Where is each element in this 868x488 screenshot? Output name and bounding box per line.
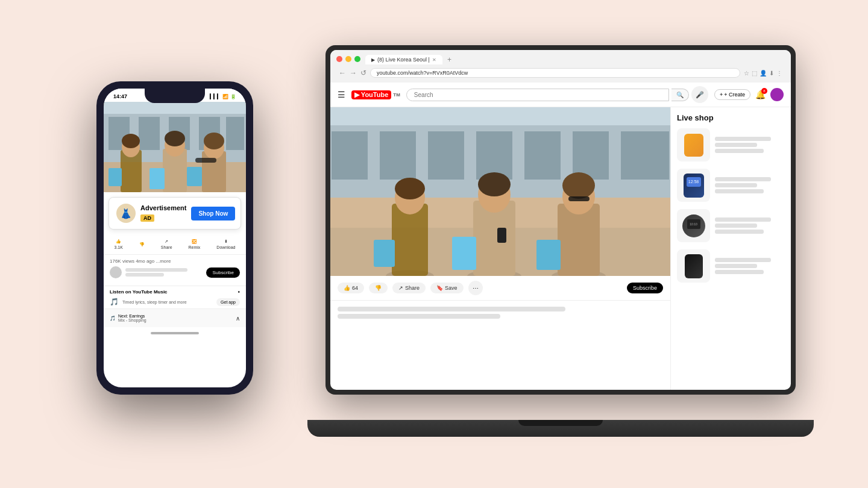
back-button[interactable]: ←: [339, 69, 346, 77]
phone-remix-button[interactable]: 🔀 Remix: [189, 239, 201, 249]
plus-icon: +: [720, 92, 723, 98]
shop-now-button[interactable]: Shop Now: [191, 207, 235, 221]
svg-rect-9: [621, 131, 669, 180]
create-button[interactable]: + + Create: [714, 89, 750, 100]
share-button[interactable]: ↗ Share: [392, 283, 426, 293]
ad-badge: AD: [140, 214, 154, 222]
profile-icon[interactable]: 👤: [760, 70, 767, 77]
shop-item-1[interactable]: [677, 128, 785, 161]
svg-rect-21: [452, 237, 476, 270]
next-audio-icon: 🎵: [110, 316, 116, 321]
search-input[interactable]: [406, 89, 669, 101]
like-button[interactable]: 👍 64: [338, 283, 364, 293]
new-tab-button[interactable]: +: [447, 55, 451, 64]
minimize-traffic-light[interactable]: [345, 56, 351, 62]
svg-rect-35: [226, 117, 244, 150]
extensions-icon[interactable]: ⬚: [752, 70, 757, 77]
expand-queue-button[interactable]: ∧: [236, 315, 240, 322]
ad-title: Advertisement: [140, 204, 186, 211]
video-background: [330, 107, 670, 276]
browser-actions: ☆ ⬚ 👤 ⬇ ⋮: [744, 70, 782, 77]
reload-button[interactable]: ↺: [360, 69, 366, 77]
svg-rect-39: [108, 168, 122, 186]
laptop-body: ▶ (8) Live Korea Seoul | ✕ + ← → ↺ youtu…: [326, 45, 796, 395]
svg-point-42: [165, 131, 185, 146]
svg-rect-5: [428, 131, 464, 180]
phone-share-icon: ↗: [165, 239, 168, 244]
shop-item-extra-skeleton-3: [715, 230, 764, 234]
youtube-music-section: Listen on YouTube Music • 🎵 Timed lyrics…: [104, 286, 246, 308]
dislike-button[interactable]: 👎: [369, 283, 388, 293]
live-shop-sidebar: Live shop: [670, 107, 791, 390]
subscribe-button[interactable]: Subscribe: [627, 283, 663, 293]
shop-item-4[interactable]: [677, 249, 785, 283]
phone-status-right: ▎▎▎ 📶 🔋: [210, 94, 236, 99]
svg-rect-43: [149, 168, 165, 189]
more-icon[interactable]: ⋮: [776, 70, 782, 77]
browser-tab[interactable]: ▶ (8) Live Korea Seoul | ✕: [365, 55, 442, 64]
save-icon: 🔖: [436, 285, 443, 291]
notification-badge: 8: [761, 88, 767, 94]
svg-point-19: [478, 172, 511, 196]
youtube-logo[interactable]: ▶ YouTube TM: [351, 90, 400, 99]
laptop: ▶ (8) Live Korea Seoul | ✕ + ← → ↺ youtu…: [326, 45, 796, 437]
forward-button[interactable]: →: [350, 69, 357, 77]
music-section-header: Listen on YouTube Music •: [110, 289, 240, 295]
phone-channel-avatar[interactable]: [110, 266, 122, 278]
channel-name-skeleton: [125, 268, 187, 272]
svg-rect-7: [524, 131, 561, 180]
browser-chrome: ▶ (8) Live Korea Seoul | ✕ + ← → ↺ youtu…: [330, 50, 791, 83]
save-button[interactable]: 🔖 Save: [430, 283, 464, 293]
user-avatar[interactable]: [770, 88, 784, 101]
tab-close-icon[interactable]: ✕: [432, 57, 436, 63]
shop-item-image-3: 10:10: [677, 209, 710, 242]
shop-item-3[interactable]: 10:10: [677, 209, 785, 242]
search-button[interactable]: 🔍: [671, 89, 689, 101]
voice-search-button[interactable]: 🎤: [691, 86, 708, 103]
shop-item-image-4: [677, 249, 710, 283]
phone-dislike-button[interactable]: 👎: [139, 242, 145, 247]
youtube-superscript: TM: [393, 92, 400, 98]
downloads-icon[interactable]: ⬇: [769, 70, 774, 77]
close-traffic-light[interactable]: [336, 56, 342, 62]
phone-battery-icon: 🔋: [230, 94, 236, 99]
maximize-traffic-light[interactable]: [354, 56, 360, 62]
share-icon: ↗: [398, 285, 403, 291]
phone-thumbs-down-icon: 👎: [139, 242, 145, 247]
phone-subscribe-button[interactable]: Subscribe: [206, 267, 240, 278]
laptop-base: [307, 420, 814, 437]
next-text-block: Next: Earrings Mix - Shopping: [118, 314, 146, 322]
browser-tabs: ▶ (8) Live Korea Seoul | ✕ +: [365, 55, 451, 64]
tab-label: (8) Live Korea Seoul |: [377, 57, 430, 63]
next-info: 🎵 Next: Earrings Mix - Shopping: [110, 314, 146, 322]
phone-download-button[interactable]: ⬇ Download: [216, 239, 235, 249]
phone-action-bar: 👍 3.1K 👎 ↗ Share 🔀 Remix ⬇ Download: [104, 234, 246, 255]
phone-download-icon: ⬇: [224, 239, 228, 244]
gold-watch-icon: [684, 134, 703, 157]
music-section-title: Listen on YouTube Music: [110, 289, 168, 295]
svg-rect-26: [568, 196, 590, 201]
svg-point-25: [562, 172, 595, 199]
youtube-header: ☰ ▶ YouTube TM 🔍 🎤 + + Create: [330, 83, 791, 107]
get-app-button[interactable]: Get app: [216, 298, 240, 306]
more-options-button[interactable]: ⋯: [468, 281, 483, 295]
phone-like-button[interactable]: 👍 3.1K: [114, 239, 122, 249]
shopping-women-illustration: [330, 107, 670, 276]
video-thumbnail: [330, 107, 670, 276]
shop-item-info-2: [715, 175, 785, 195]
music-bar: 🎵 Timed lyrics, sleep timer and more Get…: [110, 298, 240, 306]
youtube-search: 🔍 🎤: [406, 86, 708, 103]
address-bar[interactable]: youtube.com/watch?v=RVxR0AtVdcw: [370, 68, 740, 78]
phone-channel-info: [125, 267, 203, 278]
shop-item-extra-skeleton-4: [715, 270, 764, 274]
hamburger-menu-icon[interactable]: ☰: [338, 90, 345, 99]
phone-channel-row: Subscribe: [110, 266, 240, 278]
shop-item-2[interactable]: 12:58: [677, 169, 785, 202]
phone-video-stats: 176K views 4mo ago ...more: [110, 258, 240, 264]
bookmark-icon[interactable]: ☆: [744, 70, 749, 77]
phone-time: 14:47: [113, 93, 127, 99]
notifications-button[interactable]: 🔔 8: [755, 90, 766, 99]
music-subtitle: Timed lyrics, sleep timer and more: [122, 300, 213, 304]
phone-share-button[interactable]: ↗ Share: [161, 239, 172, 249]
ad-brand-avatar: 👗: [116, 204, 136, 223]
